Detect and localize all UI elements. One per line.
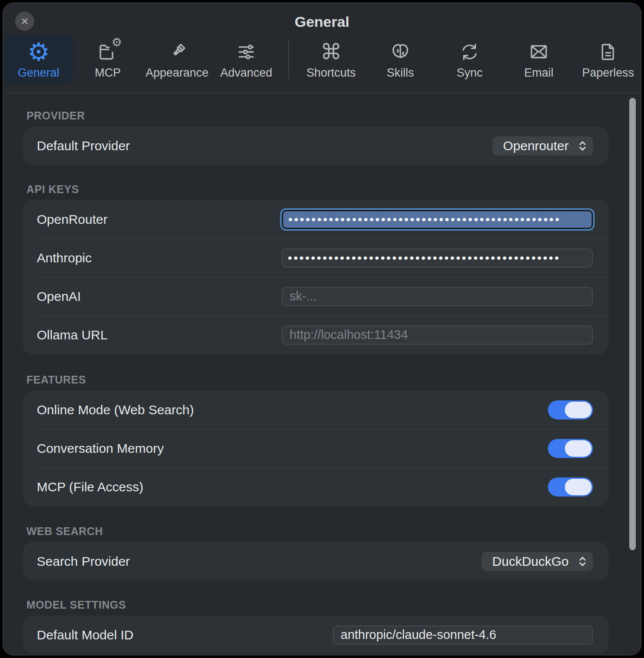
openrouter-key-label: OpenRouter: [37, 212, 282, 227]
api-keys-card: OpenRouter •••••••••••••••••••••••••••••…: [23, 200, 609, 354]
web-search-card: Search Provider DuckDuckGo: [23, 542, 609, 581]
tab-mcp[interactable]: ⚙ MCP: [73, 35, 142, 84]
section-header-web-search: WEB SEARCH: [26, 525, 103, 538]
tab-label: Paperless: [582, 66, 634, 80]
search-provider-select[interactable]: DuckDuckGo: [482, 552, 593, 571]
toggle-knob: [565, 402, 592, 418]
gear-icon: ⚙: [27, 39, 50, 65]
conversation-memory-toggle[interactable]: [548, 439, 593, 458]
section-header-features: FEATURES: [26, 374, 86, 386]
tab-skills[interactable]: Skills: [366, 35, 435, 84]
tab-bar: ⚙ General ⚙ MCP: [4, 35, 641, 84]
toggle-knob: [565, 440, 592, 457]
toolbar: × General ⚙ General ⚙ MCP: [3, 3, 641, 93]
tab-paperless[interactable]: Paperless: [573, 35, 641, 84]
brain-icon: [390, 39, 411, 65]
default-provider-row: Default Provider Openrouter: [23, 126, 609, 165]
openrouter-key-row: OpenRouter •••••••••••••••••••••••••••••…: [23, 200, 609, 239]
conversation-memory-label: Conversation Memory: [37, 441, 548, 456]
section-header-api-keys: API KEYS: [26, 183, 79, 196]
ollama-url-label: Ollama URL: [37, 328, 282, 342]
features-card: Online Mode (Web Search) Conversation Me…: [23, 390, 609, 506]
tab-label: General: [18, 66, 59, 80]
window-title: General: [3, 13, 641, 30]
ollama-url-row: Ollama URL: [23, 316, 609, 354]
sync-icon: [459, 39, 480, 65]
openai-key-input[interactable]: [282, 287, 593, 306]
paintbrush-icon: [167, 39, 187, 65]
tab-label: Advanced: [220, 66, 272, 80]
toolbar-divider: [288, 39, 289, 79]
default-model-id-row: Default Model ID: [23, 616, 609, 654]
sliders-icon: [236, 39, 257, 65]
default-provider-value: Openrouter: [503, 139, 569, 153]
section-header-provider: PROVIDER: [26, 110, 85, 122]
chevron-up-down-icon: [578, 140, 587, 152]
default-model-id-input[interactable]: [333, 626, 593, 645]
chevron-up-down-icon: [578, 555, 587, 568]
folder-gear-icon: ⚙: [97, 39, 118, 65]
settings-window: × General ⚙ General ⚙ MCP: [3, 3, 641, 655]
mcp-file-access-toggle[interactable]: [548, 477, 593, 497]
tab-shortcuts[interactable]: ⌘ Shortcuts: [296, 35, 366, 84]
tab-email[interactable]: Email: [504, 35, 573, 84]
anthropic-key-row: Anthropic ••••••••••••••••••••••••••••••…: [23, 239, 609, 277]
online-mode-row: Online Mode (Web Search): [23, 390, 609, 429]
tab-label: Skills: [386, 66, 414, 80]
tab-label: Email: [524, 66, 554, 80]
search-provider-label: Search Provider: [37, 554, 482, 569]
section-header-model-settings: MODEL SETTINGS: [26, 599, 126, 611]
tab-label: Sync: [457, 66, 483, 80]
provider-card: Default Provider Openrouter: [23, 126, 609, 165]
default-model-id-label: Default Model ID: [37, 628, 333, 642]
anthropic-key-label: Anthropic: [37, 251, 282, 265]
command-icon: ⌘: [320, 39, 342, 65]
default-provider-label: Default Provider: [37, 139, 493, 153]
openai-key-row: OpenAI: [23, 277, 609, 316]
toggle-knob: [565, 479, 592, 495]
tab-appearance[interactable]: Appearance: [142, 35, 212, 84]
scrollbar-thumb[interactable]: [629, 98, 636, 550]
envelope-icon: [528, 39, 549, 65]
default-provider-select[interactable]: Openrouter: [493, 136, 593, 155]
openai-key-label: OpenAI: [37, 289, 282, 304]
online-mode-toggle[interactable]: [548, 400, 593, 419]
search-provider-row: Search Provider DuckDuckGo: [23, 542, 609, 581]
ollama-url-input[interactable]: [282, 326, 593, 345]
mcp-file-access-row: MCP (File Access): [23, 468, 609, 506]
openrouter-key-input[interactable]: ••••••••••••••••••••••••••••••••••••••••…: [282, 210, 593, 229]
mcp-file-access-label: MCP (File Access): [37, 480, 548, 494]
search-provider-value: DuckDuckGo: [492, 554, 569, 569]
tab-label: Appearance: [145, 66, 209, 80]
online-mode-label: Online Mode (Web Search): [37, 403, 548, 417]
tab-sync[interactable]: Sync: [435, 35, 504, 84]
tab-advanced[interactable]: Advanced: [212, 35, 281, 84]
tab-label: Shortcuts: [306, 66, 356, 80]
conversation-memory-row: Conversation Memory: [23, 429, 609, 468]
tab-general[interactable]: ⚙ General: [4, 35, 73, 84]
anthropic-key-input[interactable]: ••••••••••••••••••••••••••••••••••••••••…: [282, 248, 593, 268]
model-settings-card: Default Model ID: [23, 616, 609, 654]
tab-label: MCP: [95, 66, 121, 80]
document-icon: [598, 39, 618, 65]
